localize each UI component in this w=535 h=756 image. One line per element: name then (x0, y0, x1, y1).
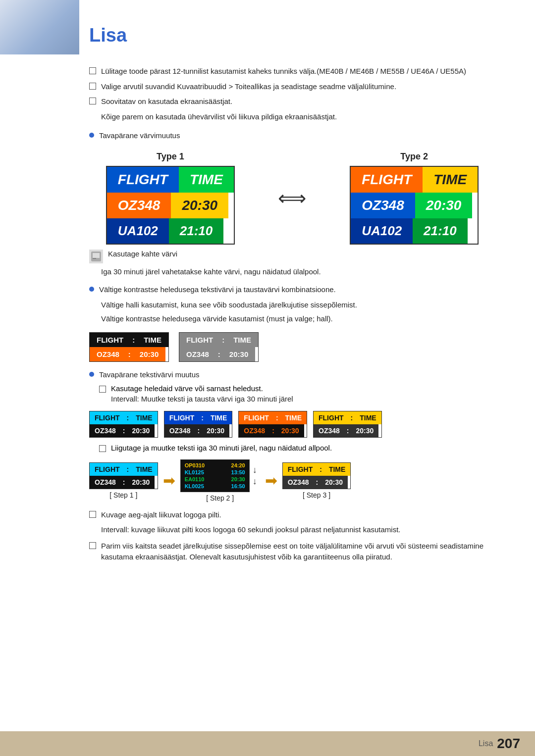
note-icon (89, 250, 103, 263)
small-header: FLIGHT : TIME (90, 333, 168, 347)
flight-cell: FLIGHT (107, 167, 179, 193)
cv-row-header-4: FLIGHT : TIME (314, 411, 381, 424)
step1-value: 20:30 (127, 476, 155, 489)
cv-board-2: FLIGHT : TIME OZ348 : 20:30 (164, 411, 233, 438)
cv-row-data: OZ348 : 20:30 (90, 424, 158, 437)
cv-row-header: FLIGHT : TIME (90, 411, 158, 424)
footer-label: Lisa (479, 739, 493, 748)
step3-time: TIME (324, 463, 350, 476)
header-row-2: FLIGHT TIME (351, 167, 478, 193)
type2-label: Type 2 (400, 151, 428, 162)
sub-bullet-colors: Kasutage heledaid värve või sarnast hele… (99, 384, 495, 393)
scroll-time-4: 16:50 (231, 483, 245, 489)
cv4-value: 20:30 (351, 424, 379, 437)
bullet-sq-icon-2 (99, 386, 106, 393)
dot-label-4: Kuvage aeg-ajalt liikuvat logoga pilti. (101, 509, 221, 521)
cv4-time: TIME (355, 411, 381, 424)
small-flight: FLIGHT (90, 333, 130, 347)
dot-icon-3 (89, 372, 94, 377)
note-sub-text: Iga 30 minuti järel vahetatakse kahte vä… (101, 266, 495, 278)
list-item: Vältige kontrastse heledusega tekstivärv… (89, 284, 495, 296)
color-boards-row: FLIGHT : TIME OZ348 : 20:30 FLIGHT : TIM… (89, 411, 495, 438)
small-data-2: OZ348 : 20:30 (179, 347, 258, 361)
cv3-value: 20:30 (276, 424, 304, 437)
time-cell: TIME (179, 167, 234, 193)
cv-row-header-3: FLIGHT : TIME (239, 411, 307, 424)
dot-label-1: Tavapärane värvimuutus (99, 130, 180, 142)
code-cell: OZ348 (107, 193, 171, 218)
colon-cell: : (130, 333, 137, 347)
small-boards-row: FLIGHT : TIME OZ348 : 20:30 FLIGHT : TIM… (89, 332, 495, 362)
small-board-1: FLIGHT : TIME OZ348 : 20:30 (89, 332, 169, 362)
small-value-2: 20:30 (222, 347, 255, 361)
interval2-text: Intervall: kuvage liikuvat pilti koos lo… (101, 524, 495, 536)
scroll-time-3: 20:30 (231, 476, 245, 482)
step3-colon-d: : (314, 476, 320, 489)
list-item: Tavapärane värvimuutus (89, 130, 495, 142)
use-colors-text: Kasutage heledaid värve või sarnast hele… (111, 384, 263, 393)
cv-row-data-4: OZ348 : 20:30 (314, 424, 381, 437)
list-item: Valige arvutil suvandid Kuvaatribuudid >… (89, 81, 495, 93)
cv4-code: OZ348 (314, 424, 345, 437)
type-comparison: Type 1 FLIGHT TIME OZ348 20:30 UA102 21:… (89, 151, 495, 245)
flight-cell-2: FLIGHT (351, 167, 423, 193)
cv-board-4: FLIGHT : TIME OZ348 : 20:30 (313, 411, 382, 438)
time-value-cell: 20:30 (171, 193, 228, 218)
cv3-colon-d: : (270, 424, 276, 437)
sub-text-1: Kõige parem on kasutada ühevärvilist või… (101, 111, 495, 123)
page-container: Lisa Lülitage toode pärast 12-tunnilist … (0, 0, 535, 756)
data-row-4: UA102 21:10 (351, 218, 478, 244)
step3-label: [ Step 3 ] (303, 491, 330, 499)
cv1-colon-d: : (121, 424, 127, 437)
scroll-row-4: KL0025 16:50 (181, 483, 249, 490)
step1-colon-d: : (121, 476, 127, 489)
scroll-row-3: EA0110 20:30 (181, 476, 249, 483)
cv1-colon: : (125, 411, 131, 424)
step1-colon: : (125, 463, 131, 476)
list-item: Tavapärane tekstivärvi muutus (89, 369, 495, 381)
footer-page-number: 207 (497, 736, 520, 752)
type1-label: Type 1 (157, 151, 184, 162)
step1-code: OZ348 (90, 476, 121, 489)
step3-header: FLIGHT : TIME (283, 463, 351, 476)
cv1-time: TIME (131, 411, 157, 424)
cv-row-header-2: FLIGHT : TIME (164, 411, 232, 424)
best-tip-text: Parim viis kaitsta seadet järelkujutise … (101, 541, 495, 563)
list-item: Kuvage aeg-ajalt liikuvat logoga pilti. (89, 509, 495, 521)
header-row: FLIGHT TIME (107, 167, 234, 193)
small-value: 20:30 (133, 347, 165, 361)
scroll-row-1: OP0310 24:20 (181, 462, 249, 469)
scroll-code-3: EA0110 (185, 476, 205, 482)
data-row-2: UA102 21:10 (107, 218, 234, 244)
data-row-3: OZ348 20:30 (351, 193, 478, 218)
scroll-code-2: KL0125 (185, 469, 204, 475)
time-value-cell-3: 20:30 (415, 193, 473, 218)
cv2-colon-d: : (195, 424, 202, 437)
colon-cell-2: : (220, 333, 226, 347)
bullet-square-icon (89, 98, 96, 104)
bullet-text-3: Soovitatav on kasutada ekraanisäästjat. (101, 96, 232, 107)
time-value-cell-2: 21:10 (169, 218, 224, 244)
small-code: OZ348 (90, 347, 126, 361)
bullet-text-1: Lülitage toode pärast 12-tunnilist kasut… (101, 66, 466, 77)
page-footer: Lisa 207 (0, 731, 535, 756)
small-code-2: OZ348 (179, 347, 216, 361)
step-sequence: FLIGHT : TIME OZ348 : 20:30 [ Step 1 ] ➡ (89, 459, 495, 502)
step1-time: TIME (131, 463, 157, 476)
step3-value: 20:30 (320, 476, 348, 489)
scroll-time-1: 24:20 (231, 462, 245, 468)
note-text: Kasutage kahte värvi (108, 250, 177, 258)
step2-label: [ Step 2 ] (206, 494, 234, 502)
code-cell-4: UA102 (351, 218, 413, 244)
cv4-colon: : (349, 411, 355, 424)
cv2-value: 20:30 (202, 424, 229, 437)
small-time-2: TIME (226, 333, 258, 347)
time-cell-2: TIME (423, 167, 478, 193)
step3-code: OZ348 (283, 476, 314, 489)
cv4-flight: FLIGHT (314, 411, 349, 424)
small-board-2: FLIGHT : TIME OZ348 : 20:30 (179, 332, 259, 362)
svg-rect-1 (93, 253, 100, 258)
small-time: TIME (137, 333, 168, 347)
cv-board-1: FLIGHT : TIME OZ348 : 20:30 (89, 411, 158, 438)
type2-board: FLIGHT TIME OZ348 20:30 UA102 21:10 (350, 166, 479, 245)
